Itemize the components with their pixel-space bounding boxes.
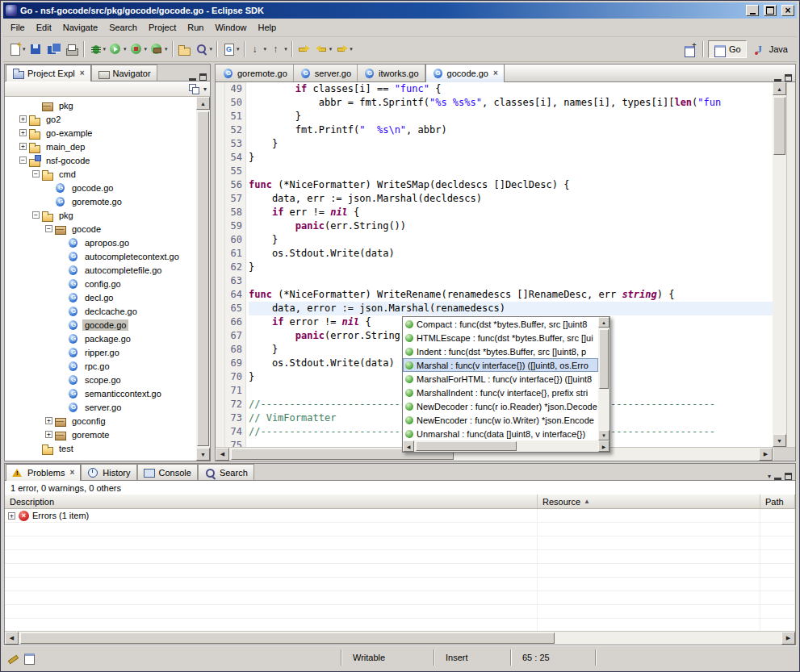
expand-icon[interactable]: + (45, 417, 52, 424)
external-tools-button[interactable]: ▾ (149, 40, 170, 59)
open-perspective-button[interactable] (681, 40, 698, 59)
problems-row-errors[interactable]: +×Errors (1 item) (5, 509, 795, 523)
view-menu-icon[interactable]: ▾ (768, 473, 771, 480)
scroll-left-icon[interactable]: ◀ (216, 448, 229, 461)
scrollbar-thumb[interactable] (599, 329, 609, 389)
new-go-element-button[interactable]: ▾ (220, 40, 241, 59)
scroll-right-icon[interactable]: ▶ (759, 448, 773, 461)
perspective-go[interactable]: Go (708, 40, 747, 58)
column-header-description[interactable]: Description (5, 495, 538, 508)
tree-item-autocompletefile-go[interactable]: autocompletefile.go (5, 263, 196, 277)
tree-item-goremote-go[interactable]: goremote.go (5, 194, 196, 208)
menu-navigate[interactable]: Navigate (57, 20, 103, 35)
minimize-view-icon[interactable] (774, 473, 781, 480)
tree-item-main-dep[interactable]: +main_dep (5, 140, 196, 153)
scroll-down-icon[interactable]: ▼ (773, 434, 786, 447)
autocomplete-item[interactable]: HTMLEscape : func(dst *bytes.Buffer, src… (403, 331, 598, 344)
tree-item-go-example[interactable]: +go-example (5, 126, 196, 140)
autocomplete-vertical-scrollbar[interactable]: ▲ ▼ (598, 317, 609, 440)
close-icon[interactable]: × (80, 69, 85, 77)
problems-horizontal-scrollbar[interactable]: ◀ ▶ (5, 631, 795, 645)
minimize-view-icon[interactable] (189, 73, 196, 81)
tree-item-goremote[interactable]: +goremote (5, 428, 196, 441)
menu-file[interactable]: File (5, 20, 31, 35)
column-header-resource[interactable]: Resource▲ (538, 495, 760, 508)
run-button[interactable]: ▾ (107, 40, 128, 59)
autocomplete-item[interactable]: NewDecoder : func(r io.Reader) *json.Dec… (403, 399, 598, 413)
scroll-left-icon[interactable]: ◀ (5, 632, 19, 645)
tab-search[interactable]: Search (198, 464, 254, 480)
scroll-up-icon[interactable]: ▲ (773, 82, 786, 95)
debug-button[interactable]: ▾ (87, 40, 108, 59)
tree-vertical-scrollbar[interactable]: ▲ ▼ (196, 97, 210, 461)
tab-problems[interactable]: Problems× (6, 464, 81, 481)
expand-icon[interactable]: + (45, 431, 52, 438)
maximize-view-icon[interactable] (785, 74, 792, 81)
close-icon[interactable]: × (493, 69, 498, 77)
tree-item-go2[interactable]: +go2 (5, 112, 196, 126)
collapse-icon[interactable]: − (32, 170, 40, 177)
column-header-path[interactable]: Path (760, 495, 795, 508)
menu-help[interactable]: Help (253, 20, 283, 35)
tree-item-pkg[interactable]: pkg (5, 98, 196, 112)
tree-item-scope-go[interactable]: scope.go (5, 373, 196, 386)
last-edit-location-button[interactable] (295, 40, 313, 59)
tab-goremote-go[interactable]: goremote.go (216, 65, 294, 81)
scroll-up-icon[interactable]: ▲ (196, 97, 210, 110)
scrollbar-thumb[interactable] (20, 632, 555, 644)
close-icon[interactable]: × (69, 469, 74, 477)
open-resource-button[interactable] (176, 40, 194, 59)
minimize-window-icon[interactable] (746, 5, 759, 16)
search-button[interactable]: ▾ (194, 40, 215, 59)
autocomplete-item[interactable]: MarshalIndent : func(v interface{}, pref… (403, 386, 598, 399)
save-all-button[interactable] (45, 40, 63, 59)
expand-icon[interactable]: + (8, 512, 15, 520)
tree-item-server-go[interactable]: server.go (5, 400, 196, 414)
menu-run[interactable]: Run (182, 20, 209, 35)
save-button[interactable] (27, 40, 45, 59)
autocomplete-item[interactable]: Unmarshal : func(data []uint8, v interfa… (403, 427, 598, 440)
tree-item-autocompletecontext-go[interactable]: autocompletecontext.go (5, 249, 196, 263)
tab-navigator[interactable]: Navigator (91, 65, 157, 81)
perspective-java[interactable]: Java (748, 40, 794, 58)
expand-icon[interactable]: + (19, 115, 27, 123)
autocomplete-item[interactable]: MarshalForHTML : func(v interface{}) ([]… (403, 372, 598, 386)
maximize-window-icon[interactable] (764, 5, 777, 16)
autocomplete-item[interactable]: Compact : func(dst *bytes.Buffer, src []… (403, 317, 598, 331)
tab-history[interactable]: History (81, 464, 136, 480)
tree-item-pkg[interactable]: −pkg (5, 208, 196, 222)
autocomplete-item[interactable]: Indent : func(dst *bytes.Buffer, src []u… (403, 344, 598, 358)
scroll-down-icon[interactable]: ▼ (196, 448, 210, 461)
tree-item-semanticcontext-go[interactable]: semanticcontext.go (5, 386, 196, 400)
next-annotation-button[interactable]: ▾ (248, 40, 269, 59)
scrollbar-thumb[interactable] (197, 111, 209, 446)
scroll-down-icon[interactable]: ▼ (598, 430, 609, 440)
collapse-icon[interactable]: − (32, 211, 40, 219)
tree-item-package-go[interactable]: package.go (5, 332, 196, 345)
editor-vertical-scrollbar[interactable]: ▲ ▼ (773, 82, 786, 447)
tree-item-cmd[interactable]: −cmd (5, 167, 196, 181)
tree-item-apropos-go[interactable]: apropos.go (5, 236, 196, 249)
autocomplete-item[interactable]: Marshal : func(v interface{}) ([]uint8, … (403, 358, 598, 372)
tree-item-nsf-gocode[interactable]: −nsf-gocode (5, 153, 196, 167)
tab-console[interactable]: Console (137, 464, 198, 480)
menu-project[interactable]: Project (143, 20, 182, 35)
run-last-button[interactable]: ▾ (128, 40, 149, 59)
new-button[interactable]: ▾ (6, 40, 27, 59)
tree-item-declcache-go[interactable]: declcache.go (5, 304, 196, 318)
autocomplete-horizontal-scrollbar[interactable]: ◀ ▶ (403, 440, 609, 452)
tree-item-goconfig[interactable]: +goconfig (5, 414, 196, 428)
scrollbar-thumb[interactable] (773, 97, 785, 155)
maximize-view-icon[interactable] (785, 473, 792, 480)
print-button[interactable] (63, 40, 81, 59)
prev-annotation-button[interactable]: ▾ (268, 40, 289, 59)
view-menu-icon[interactable]: ▾ (203, 86, 207, 93)
close-window-icon[interactable] (781, 5, 794, 16)
line-number-ruler[interactable]: 4950515253545556575859606162636465666768… (225, 82, 246, 447)
tree-item-gocode[interactable]: −gocode (5, 222, 196, 236)
scroll-right-icon[interactable]: ▶ (781, 632, 795, 645)
minimize-view-icon[interactable] (774, 74, 781, 81)
back-button[interactable]: ▾ (313, 40, 334, 59)
status-edit-icon[interactable] (6, 651, 19, 664)
expand-icon[interactable]: + (19, 143, 27, 150)
